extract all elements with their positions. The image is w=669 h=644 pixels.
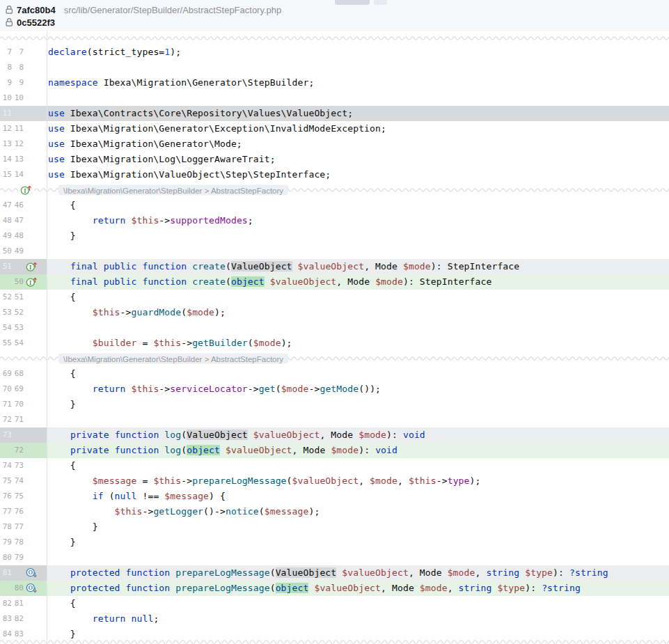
code-token: ( xyxy=(181,307,187,317)
code-line[interactable]: { xyxy=(47,198,669,213)
line-number-new: 53 xyxy=(12,320,24,336)
code-line[interactable] xyxy=(47,244,669,259)
code-token: notice xyxy=(226,506,259,517)
code-token: void xyxy=(403,430,425,440)
code-token: ); xyxy=(308,506,320,517)
code-line[interactable]: use Ibexa\Migration\Log\LoggerAwareTrait… xyxy=(47,152,669,167)
code-line[interactable]: private function log(ValueObject $valueO… xyxy=(47,427,669,443)
line-number-old: 14 xyxy=(1,152,12,167)
diff-row: 77declare(strict_types=1); xyxy=(0,45,669,60)
partial-toolbar-button[interactable] xyxy=(335,0,370,5)
code-line[interactable]: private function log(object $valueObject… xyxy=(47,443,669,458)
code-line[interactable]: protected function prepareLogMessage(Val… xyxy=(47,565,669,581)
code-token: prepareLogMessage xyxy=(192,476,286,486)
gutter-divider xyxy=(47,31,47,644)
diff-row: 5049 xyxy=(0,244,669,259)
code-line[interactable]: use Ibexa\Contracts\Core\Repository\Valu… xyxy=(47,106,669,121)
code-token xyxy=(120,583,126,593)
implements-icon[interactable]: I xyxy=(18,184,34,196)
code-line[interactable]: return null; xyxy=(47,611,669,627)
code-line[interactable]: $builder = $this->getBuilder($mode); xyxy=(47,336,669,351)
code-token: , xyxy=(475,567,487,578)
code-token: $mode xyxy=(253,338,281,348)
code-line[interactable]: { xyxy=(47,290,669,305)
code-line[interactable]: { xyxy=(47,596,669,611)
code-line[interactable]: { xyxy=(47,458,669,473)
commit-hash-old: 7afc80b4 xyxy=(17,5,56,15)
code-token: Ibexa\Migration\Generator\Mode; xyxy=(65,139,242,149)
code-token xyxy=(126,613,132,624)
code-line[interactable]: if (null !== $message) { xyxy=(47,489,669,504)
code-token: Ibexa\Migration\ValueObject\Step\StepInt… xyxy=(65,169,331,180)
line-gutter: 1413 xyxy=(0,152,47,167)
code-line[interactable]: protected function prepareLogMessage(obj… xyxy=(47,581,669,596)
line-gutter: 7170 xyxy=(0,397,47,412)
code-token: ); xyxy=(470,476,481,486)
code-token: -> xyxy=(436,476,448,486)
code-token: ( xyxy=(181,430,187,440)
code-line[interactable]: } xyxy=(47,519,669,535)
code-line[interactable]: use Ibexa\Migration\ValueObject\Step\Ste… xyxy=(47,167,669,182)
code-token: { xyxy=(48,200,76,210)
implements-icon[interactable]: I xyxy=(26,276,38,288)
code-line[interactable]: { xyxy=(47,366,669,382)
line-number-old: 69 xyxy=(1,366,12,382)
line-number-new: 49 xyxy=(12,244,24,259)
implements-icon[interactable]: I xyxy=(26,261,38,272)
code-line[interactable]: $this->guardMode($mode); xyxy=(47,305,669,320)
code-token: null xyxy=(132,613,154,624)
code-line[interactable]: return $this->serviceLocator->get($mode-… xyxy=(47,382,669,397)
line-gutter: 51I xyxy=(0,259,47,274)
line-gutter: 77 xyxy=(0,45,47,60)
changed-word: ValueObject xyxy=(276,567,337,578)
code-token: return xyxy=(93,613,126,624)
line-number-new: 8 xyxy=(12,60,24,75)
code-line[interactable] xyxy=(47,60,669,75)
collapsed-region-label[interactable]: \Ibexa\Migration\Generator\StepBuilder >… xyxy=(58,354,288,364)
overridden-icon[interactable]: O xyxy=(26,583,38,594)
code-line[interactable]: use Ibexa\Migration\Generator\Mode; xyxy=(47,136,669,152)
code-line[interactable]: } xyxy=(47,397,669,412)
code-line[interactable]: namespace Ibexa\Migration\Generator\Step… xyxy=(47,75,669,91)
code-token: $type xyxy=(497,583,525,593)
code-token: -> xyxy=(120,307,132,317)
code-line[interactable]: } xyxy=(47,228,669,244)
code-token: ( xyxy=(226,276,231,287)
line-gutter: 1514 xyxy=(0,167,47,182)
code-line[interactable] xyxy=(47,550,669,565)
code-token: strict_types xyxy=(93,47,159,57)
collapsed-region-label[interactable]: \Ibexa\Migration\Generator\StepBuilder >… xyxy=(58,185,288,196)
code-line[interactable]: final public function create(object $val… xyxy=(47,274,669,290)
line-gutter: 4746 xyxy=(0,198,47,213)
code-token xyxy=(48,338,93,348)
line-number-new: 71 xyxy=(12,412,24,427)
code-token: -> xyxy=(309,384,320,394)
code-token: type xyxy=(448,476,470,486)
overridden-icon[interactable]: O xyxy=(26,567,38,579)
line-number-old: 72 xyxy=(1,412,12,427)
partial-toolbar-button[interactable] xyxy=(374,0,387,5)
wave-line xyxy=(0,638,669,644)
code-line[interactable]: declare(strict_types=1); xyxy=(47,45,669,60)
code-token xyxy=(48,445,70,455)
code-token xyxy=(48,583,70,593)
code-line[interactable]: use Ibexa\Migration\Generator\Exception\… xyxy=(47,121,669,136)
code-token: Ibexa\Contracts\Core\Repository\Values\V… xyxy=(65,108,353,118)
code-line[interactable]: return $this->supportedModes; xyxy=(47,213,669,228)
code-token: null xyxy=(115,491,137,501)
diff-row: 11use Ibexa\Contracts\Core\Repository\Va… xyxy=(0,106,669,121)
line-number-new: 76 xyxy=(12,504,24,519)
line-number-new: 69 xyxy=(12,382,24,397)
code-line[interactable]: $this->getLogger()->notice($message); xyxy=(47,504,669,519)
code-line[interactable]: } xyxy=(47,535,669,550)
code-token xyxy=(248,430,253,440)
code-line[interactable] xyxy=(47,91,669,106)
collapsed-region-separator: I\Ibexa\Migration\Generator\StepBuilder … xyxy=(0,182,669,198)
code-token xyxy=(187,276,192,287)
code-line[interactable]: final public function create(ValueObject… xyxy=(47,259,669,274)
line-gutter: 1312 xyxy=(0,136,47,152)
code-line[interactable]: $message = $this->prepareLogMessage($val… xyxy=(47,473,669,489)
code-line[interactable] xyxy=(47,412,669,427)
code-token: ): StepInterface xyxy=(431,261,519,272)
code-line[interactable] xyxy=(47,320,669,336)
